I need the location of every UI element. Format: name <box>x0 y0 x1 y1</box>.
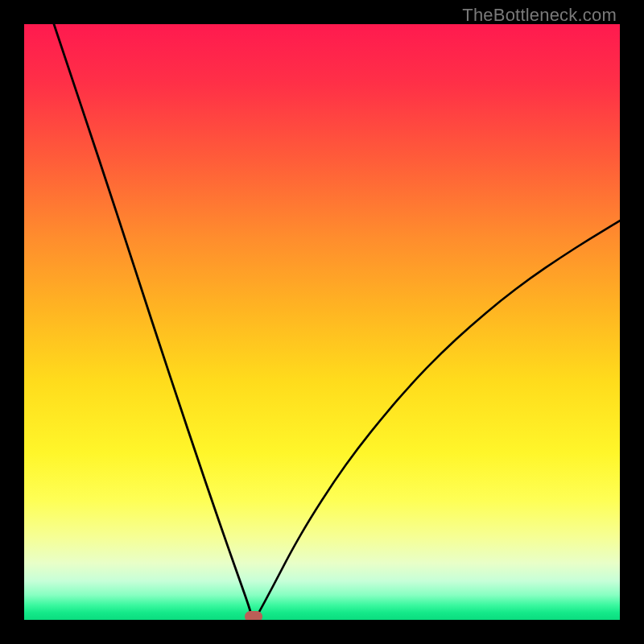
plot-area <box>24 24 620 620</box>
floor-marker-pill <box>245 611 262 620</box>
watermark-text: TheBottleneck.com <box>462 5 617 26</box>
svg-rect-0 <box>24 24 620 620</box>
chart-frame: TheBottleneck.com <box>0 0 644 644</box>
gradient-background <box>24 24 620 620</box>
